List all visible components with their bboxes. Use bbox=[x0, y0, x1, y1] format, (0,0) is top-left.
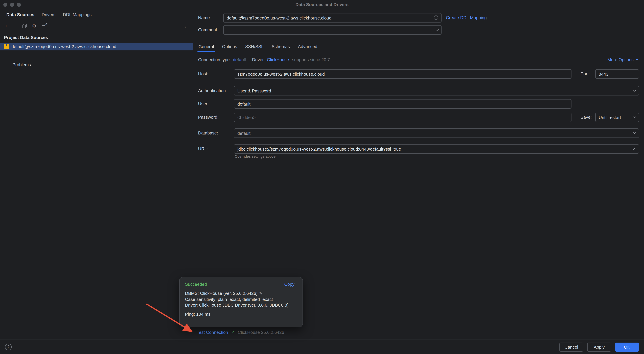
password-label: Password: bbox=[198, 113, 218, 122]
data-source-name: default@szm7oqed0o.us-west-2.aws.clickho… bbox=[12, 44, 116, 49]
forward-arrow-icon[interactable]: → bbox=[182, 23, 187, 29]
url-override-note: Overrides settings above bbox=[235, 154, 276, 158]
project-data-sources-heading: Project Data Sources bbox=[4, 35, 48, 40]
name-label: Name: bbox=[198, 13, 211, 23]
left-panel-tabs: Data Sources Drivers DDL Mappings bbox=[0, 9, 193, 20]
url-label: URL: bbox=[198, 144, 208, 154]
tab-schemas[interactable]: Schemas bbox=[268, 41, 294, 52]
close-button[interactable] bbox=[3, 3, 8, 7]
comment-label: Comment: bbox=[198, 25, 218, 35]
minimize-button[interactable] bbox=[10, 3, 14, 7]
url-input[interactable] bbox=[234, 144, 639, 154]
database-value: default bbox=[238, 131, 250, 136]
database-combo[interactable]: default bbox=[234, 128, 639, 138]
edit-pencil-icon[interactable]: ✎ bbox=[259, 291, 262, 296]
driver-support-note: supports since 20.7 bbox=[292, 57, 330, 62]
tab-options[interactable]: Options bbox=[218, 41, 241, 52]
chevron-down-icon bbox=[633, 116, 636, 119]
dbms-line: DBMS: ClickHouse (ver. 25.6.2.6426)✎ bbox=[185, 290, 297, 296]
copy-link[interactable]: Copy bbox=[284, 282, 294, 287]
test-connection-link[interactable]: Test Connection bbox=[197, 330, 228, 335]
tab-drivers[interactable]: Drivers bbox=[38, 9, 59, 20]
duplicate-icon[interactable] bbox=[22, 24, 26, 28]
port-input[interactable] bbox=[595, 69, 639, 79]
more-options-label: More Options bbox=[608, 57, 634, 62]
dialog-footer: ? Cancel Apply OK bbox=[0, 339, 644, 354]
ok-button[interactable]: OK bbox=[615, 342, 639, 351]
gear-icon[interactable]: ⚙ bbox=[32, 24, 36, 28]
left-panel-toolbar: + − ⚙ ↗ ← → bbox=[0, 20, 193, 32]
apply-button[interactable]: Apply bbox=[587, 342, 611, 351]
user-input[interactable] bbox=[234, 99, 572, 109]
left-panel: Data Sources Drivers DDL Mappings + − ⚙ … bbox=[0, 9, 194, 339]
traffic-lights bbox=[3, 3, 21, 7]
name-input[interactable] bbox=[223, 13, 442, 23]
ping-line: Ping: 104 ms bbox=[185, 312, 297, 317]
connection-type-label: Connection type: bbox=[198, 57, 231, 62]
tab-ddl-mappings[interactable]: DDL Mappings bbox=[59, 9, 95, 20]
footer-buttons: Cancel Apply OK bbox=[560, 342, 639, 351]
popup-header: Succeeded Copy bbox=[185, 282, 297, 287]
help-glyph: ? bbox=[7, 344, 10, 349]
case-sensitivity-line: Case sensitivity: plain=exact, delimited… bbox=[185, 296, 297, 302]
tab-ssh-ssl[interactable]: SSH/SSL bbox=[241, 41, 268, 52]
user-label: User: bbox=[198, 99, 208, 109]
window-title: Data Sources and Drivers bbox=[0, 0, 644, 9]
connection-type-row: Connection type: default Driver: ClickHo… bbox=[198, 56, 330, 64]
clickhouse-icon bbox=[4, 44, 9, 49]
tab-data-sources[interactable]: Data Sources bbox=[3, 9, 38, 20]
problems-node[interactable]: Problems bbox=[12, 62, 31, 67]
history-nav: ← → bbox=[172, 23, 187, 29]
connection-type-value-link[interactable]: default bbox=[233, 57, 246, 62]
settings-tabs: General Options SSH/SSL Schemas Advanced bbox=[194, 41, 644, 52]
save-select[interactable]: Until restart bbox=[595, 113, 639, 122]
connection-result-popup: Succeeded Copy DBMS: ClickHouse (ver. 25… bbox=[179, 277, 303, 327]
export-arrow-icon: ↗ bbox=[44, 22, 47, 27]
chevron-down-icon bbox=[633, 89, 636, 92]
chevron-down-icon bbox=[635, 58, 639, 61]
save-value: Until restart bbox=[599, 115, 621, 120]
chevron-down-icon bbox=[633, 131, 636, 135]
tab-general[interactable]: General bbox=[194, 41, 218, 52]
connection-status-text: ClickHouse 25.6.2.6426 bbox=[238, 330, 284, 335]
success-check-icon: ✓ bbox=[231, 330, 235, 335]
driver-label: Driver: bbox=[252, 57, 265, 62]
driver-version-line: Driver: ClickHouse JDBC Driver (ver. 0.8… bbox=[185, 302, 297, 308]
dbms-text: DBMS: ClickHouse (ver. 25.6.2.6426) bbox=[185, 291, 258, 296]
database-label: Database: bbox=[198, 128, 218, 138]
add-data-source-icon[interactable]: + bbox=[5, 23, 8, 28]
more-options-link[interactable]: More Options bbox=[608, 56, 639, 64]
host-label: Host: bbox=[198, 69, 208, 79]
test-connection-row: Test Connection ✓ ClickHouse 25.6.2.6426 bbox=[197, 327, 284, 337]
password-input[interactable] bbox=[234, 113, 572, 122]
expand-field-icon[interactable] bbox=[436, 28, 440, 32]
expand-field-icon[interactable] bbox=[632, 147, 636, 151]
data-sources-dialog: Data Sources and Drivers Data Sources Dr… bbox=[0, 0, 644, 354]
tab-advanced[interactable]: Advanced bbox=[294, 41, 321, 52]
comment-input[interactable] bbox=[223, 25, 442, 35]
help-button[interactable]: ? bbox=[5, 343, 12, 350]
back-arrow-icon[interactable]: ← bbox=[172, 23, 177, 29]
titlebar: Data Sources and Drivers bbox=[0, 0, 644, 9]
authentication-value: User & Password bbox=[238, 88, 271, 93]
remove-data-source-icon[interactable]: − bbox=[14, 23, 16, 28]
loading-circle-icon bbox=[434, 16, 438, 20]
authentication-select[interactable]: User & Password bbox=[234, 86, 639, 95]
create-ddl-mapping-link[interactable]: Create DDL Mapping bbox=[446, 13, 487, 23]
cancel-button[interactable]: Cancel bbox=[560, 342, 583, 351]
data-source-list-item[interactable]: default@szm7oqed0o.us-west-2.aws.clickho… bbox=[0, 43, 193, 50]
status-badge: Succeeded bbox=[185, 282, 207, 287]
host-input[interactable] bbox=[234, 69, 572, 79]
zoom-button[interactable] bbox=[17, 3, 21, 7]
save-label: Save: bbox=[580, 113, 592, 122]
open-in-editor-icon[interactable]: ↗ bbox=[42, 24, 47, 28]
port-label: Port: bbox=[580, 69, 590, 79]
authentication-label: Authentication: bbox=[198, 86, 227, 95]
driver-value-link[interactable]: ClickHouse bbox=[267, 57, 289, 62]
